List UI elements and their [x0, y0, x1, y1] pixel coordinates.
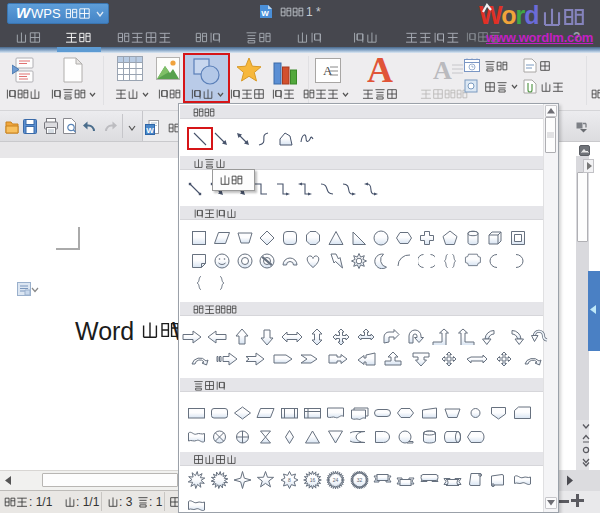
svg-text:16: 16	[310, 477, 316, 483]
svg-text:W: W	[261, 9, 269, 18]
svg-text:W: W	[146, 126, 154, 135]
svg-text:24: 24	[333, 477, 339, 483]
svg-text:8: 8	[288, 477, 291, 483]
svg-text:32: 32	[356, 477, 362, 483]
